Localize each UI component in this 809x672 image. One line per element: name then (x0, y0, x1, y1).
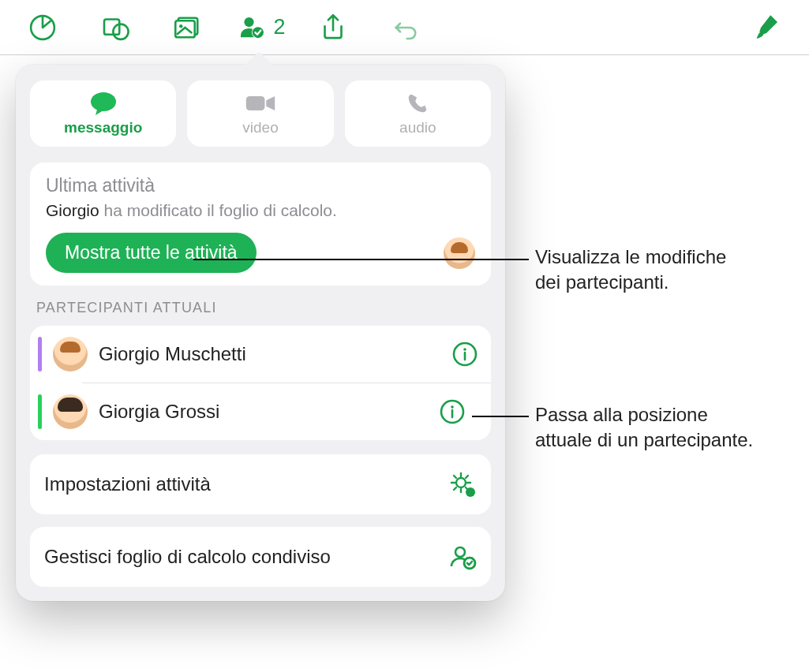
manage-shared-row[interactable]: Gestisci foglio di calcolo condiviso (30, 527, 491, 587)
phone-icon (402, 91, 433, 116)
collab-count: 2 (273, 15, 285, 39)
callout-connector (193, 259, 529, 260)
callout-line2: attuale di un partecipante. (535, 429, 753, 450)
audio-button[interactable]: audio (345, 80, 491, 147)
communication-row: messaggio video audio (30, 80, 491, 147)
video-label: video (242, 119, 278, 136)
undo-icon[interactable] (369, 0, 442, 55)
format-brush-icon[interactable] (730, 0, 803, 55)
toolbar: 2 (0, 0, 809, 55)
manage-shared-label: Gestisci foglio di calcolo condiviso (44, 546, 437, 568)
last-activity-title: Ultima attività (46, 175, 475, 196)
svg-point-9 (91, 92, 116, 111)
svg-point-16 (466, 487, 475, 497)
svg-point-14 (451, 405, 454, 409)
last-activity-card: Ultima attività Giorgio ha modificato il… (30, 162, 491, 286)
callout-text: Passa alla posizione attuale di un parte… (535, 402, 753, 454)
svg-rect-4 (175, 21, 195, 37)
message-button[interactable]: messaggio (30, 80, 176, 147)
svg-rect-1 (104, 19, 119, 34)
participant-row[interactable]: Giorgia Grossi (82, 383, 491, 440)
video-icon (245, 91, 276, 116)
video-button[interactable]: video (187, 80, 333, 147)
svg-point-15 (456, 478, 466, 487)
participant-color-bar (38, 394, 42, 429)
chart-icon[interactable] (6, 0, 79, 55)
svg-point-12 (463, 348, 466, 351)
info-icon[interactable] (451, 341, 478, 368)
participant-name: Giorgio Muschetti (99, 343, 440, 365)
gear-badge-icon (448, 470, 477, 498)
activity-user: Giorgio (46, 201, 99, 219)
media-icon[interactable] (152, 0, 224, 55)
message-label: messaggio (64, 119, 142, 136)
audio-label: audio (399, 119, 436, 136)
participant-name: Giorgia Grossi (99, 401, 428, 423)
shapes-icon[interactable] (79, 0, 152, 55)
activity-avatar (444, 237, 475, 269)
participants-list: Giorgio Muschetti Giorgia Grossi (30, 326, 491, 440)
person-check-icon (448, 543, 477, 571)
svg-point-6 (245, 17, 254, 26)
svg-rect-10 (246, 96, 265, 110)
callout-line2: dei partecipanti. (535, 271, 669, 293)
svg-point-2 (113, 24, 128, 39)
participant-row[interactable]: Giorgio Muschetti (30, 326, 491, 383)
collaboration-icon[interactable]: 2 (224, 0, 297, 55)
activity-settings-label: Impostazioni attività (44, 473, 437, 495)
message-icon (88, 91, 119, 116)
last-activity-text: Giorgio ha modificato il foglio di calco… (46, 201, 475, 220)
svg-point-5 (179, 24, 182, 28)
share-icon[interactable] (297, 0, 369, 55)
callout-line1: Visualizza le modifiche (535, 246, 726, 267)
show-all-activity-button[interactable]: Mostra tutte le attività (46, 233, 257, 273)
activity-settings-row[interactable]: Impostazioni attività (30, 454, 491, 514)
callout-connector (472, 416, 529, 417)
callout-line1: Passa alla posizione (535, 404, 708, 425)
info-icon[interactable] (439, 398, 466, 425)
activity-rest: ha modificato il foglio di calcolo. (99, 201, 337, 219)
participant-avatar (53, 394, 88, 429)
participants-header: PARTECIPANTI ATTUALI (36, 300, 485, 316)
participant-avatar (53, 337, 88, 371)
callout-text: Visualizza le modifiche dei partecipanti… (535, 245, 726, 296)
participant-color-bar (38, 337, 42, 371)
collaboration-popover: messaggio video audio Ultima attività Gi… (16, 65, 505, 601)
svg-point-17 (455, 547, 465, 557)
